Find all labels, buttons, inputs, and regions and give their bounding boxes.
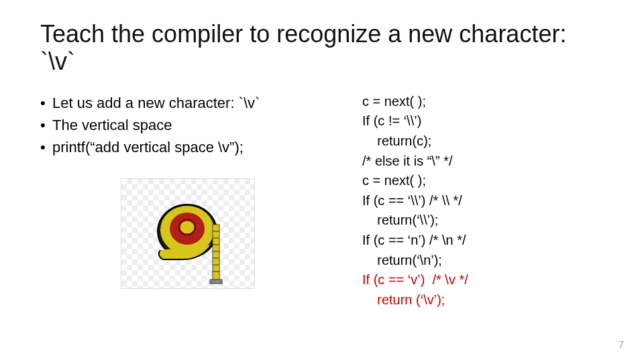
tape-measure-icon	[154, 198, 234, 285]
svg-rect-12	[210, 280, 222, 284]
content-columns: • Let us add a new character: `\v` • The…	[40, 92, 604, 310]
bullet-text: Let us add a new character: `\v`	[52, 92, 260, 114]
code-line: /* else it is “\” */	[362, 154, 452, 168]
bullet-dot-icon: •	[40, 92, 52, 114]
bullet-list: • Let us add a new character: `\v` • The…	[40, 92, 335, 158]
bullet-item: • printf(“add vertical space \v”);	[40, 136, 335, 158]
bullet-dot-icon: •	[40, 114, 52, 136]
bullet-text: printf(“add vertical space \v”);	[52, 136, 244, 158]
page-number: 7	[619, 339, 624, 350]
bullet-item: • The vertical space	[40, 114, 335, 136]
code-line: return(‘\n’);	[362, 253, 442, 267]
code-line-highlight: return (‘\v’);	[362, 292, 445, 307]
image-container	[40, 178, 335, 289]
slide-title: Teach the compiler to recognize a new ch…	[40, 20, 604, 76]
code-block: c = next( ); If (c != ‘\\’) return(c); /…	[362, 92, 604, 310]
svg-point-3	[179, 220, 195, 235]
code-line: return(‘\\’);	[362, 213, 438, 227]
right-column: c = next( ); If (c != ‘\\’) return(c); /…	[362, 92, 604, 310]
code-line: If (c == ‘\\’) /* \\ */	[362, 193, 462, 208]
tape-measure-image	[121, 178, 255, 289]
svg-rect-4	[213, 225, 219, 281]
code-line: return(c);	[362, 133, 431, 148]
code-line: c = next( );	[362, 94, 426, 109]
bullet-text: The vertical space	[52, 114, 172, 136]
slide: Teach the compiler to recognize a new ch…	[0, 0, 644, 362]
code-line-highlight: If (c == ‘v’) /* \v */	[362, 272, 468, 287]
left-column: • Let us add a new character: `\v` • The…	[40, 92, 335, 310]
code-line: c = next( );	[362, 173, 426, 188]
code-line: If (c != ‘\\’)	[362, 113, 421, 128]
bullet-dot-icon: •	[40, 136, 52, 158]
bullet-item: • Let us add a new character: `\v`	[40, 92, 335, 114]
code-line: If (c == ‘n’) /* \n */	[362, 233, 466, 247]
